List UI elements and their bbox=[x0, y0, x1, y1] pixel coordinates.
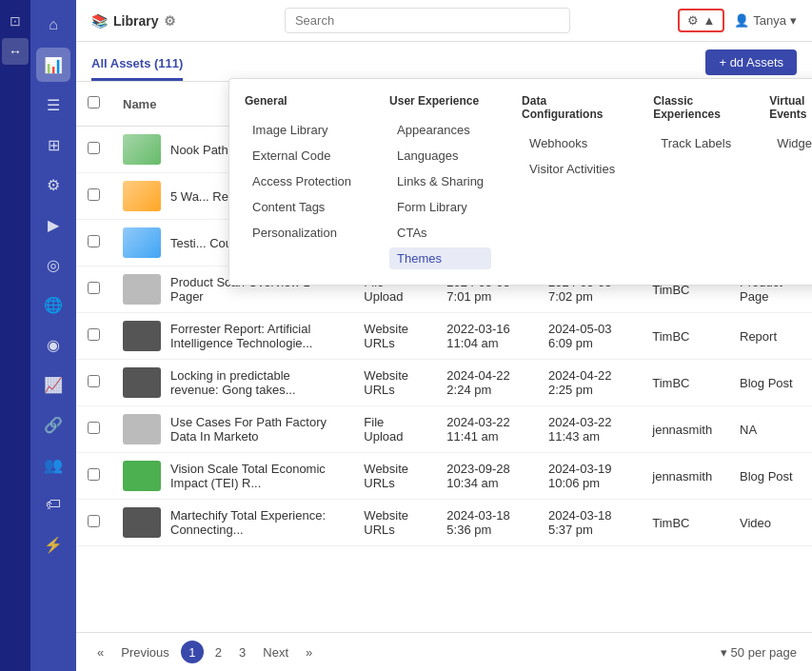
row-checkbox-4[interactable] bbox=[76, 313, 111, 360]
pagination-prev-button[interactable]: Previous bbox=[115, 643, 175, 661]
topbar-title: 📚 Library ⚙ bbox=[91, 13, 176, 29]
row-date-created-6: 2024-03-22 11:41 am bbox=[435, 406, 537, 453]
search-box bbox=[285, 8, 570, 33]
row-name-7: Vision Scale Total Economic Impact (TEI)… bbox=[111, 453, 352, 500]
pagination-next-button[interactable]: Next bbox=[257, 643, 294, 661]
pagination-right: ▾ 50 per page bbox=[721, 645, 797, 660]
row-content-type-5: Blog Post bbox=[728, 360, 812, 406]
row-checkbox-2[interactable] bbox=[76, 220, 111, 266]
row-thumb-0 bbox=[123, 134, 161, 165]
gear-icon: ⚙ bbox=[687, 13, 699, 28]
sidebar-menu-icon[interactable]: ☰ bbox=[36, 88, 70, 122]
pagination: « Previous 1 2 3 Next » ▾ 50 per page bbox=[76, 632, 812, 671]
row-date-modified-7: 2024-03-19 10:06 pm bbox=[537, 453, 641, 500]
row-thumb-5 bbox=[123, 367, 161, 398]
sidebar-main: ⌂ 📊 ☰ ⊞ ⚙ ▶ ◎ 🌐 ◉ 📈 🔗 👥 🏷 ⚡ bbox=[30, 0, 76, 671]
row-date-created-5: 2024-04-22 2:24 pm bbox=[435, 360, 537, 406]
tab-all-assets-count: 111 bbox=[158, 56, 179, 70]
row-modified-by-7: jennasmith bbox=[641, 453, 728, 500]
topbar-settings-icon[interactable]: ⚙ bbox=[164, 13, 176, 29]
sidebar-chart-icon[interactable]: 📈 bbox=[36, 367, 70, 402]
sidebar-target-icon[interactable]: ◎ bbox=[36, 247, 70, 282]
dropdown-item-personalization[interactable]: Personalization bbox=[245, 222, 359, 244]
dropdown-col-data-title: Data Configurations bbox=[522, 94, 623, 121]
pagination-page-3[interactable]: 3 bbox=[233, 643, 251, 661]
sidebar-narrow-icon-1[interactable]: ⊡ bbox=[2, 8, 29, 34]
sidebar-narrow-icon-2[interactable]: ↔ bbox=[2, 38, 29, 65]
user-chevron-icon: ▾ bbox=[790, 13, 797, 28]
pagination-first-button[interactable]: « bbox=[91, 643, 109, 661]
row-source-7: Website URLs bbox=[352, 453, 435, 500]
dropdown-col-ux: User Experience Appearances Languages Li… bbox=[389, 94, 491, 269]
row-date-modified-5: 2024-04-22 2:25 pm bbox=[537, 360, 641, 406]
dropdown-item-webhooks[interactable]: Webhooks bbox=[522, 132, 623, 154]
sidebar-users-icon[interactable]: 👥 bbox=[36, 447, 70, 482]
sidebar-analytics-icon[interactable]: 📊 bbox=[36, 48, 70, 82]
row-content-type-6: NA bbox=[728, 406, 812, 453]
row-date-modified-8: 2024-03-18 5:37 pm bbox=[537, 500, 641, 546]
dropdown-item-ctas[interactable]: CTAs bbox=[389, 222, 491, 244]
pagination-page-1[interactable]: 1 bbox=[181, 641, 204, 663]
row-checkbox-5[interactable] bbox=[76, 360, 111, 406]
library-icon: 📚 bbox=[91, 13, 108, 29]
sidebar-bolt-icon[interactable]: ⚡ bbox=[36, 527, 70, 562]
sidebar-globe-icon[interactable]: 🌐 bbox=[36, 287, 70, 322]
row-source-8: Website URLs bbox=[352, 500, 435, 546]
row-checkbox-1[interactable] bbox=[76, 173, 111, 220]
user-menu[interactable]: 👤 Tanya ▾ bbox=[734, 13, 797, 28]
dropdown-item-widgets[interactable]: Widgets bbox=[769, 132, 812, 154]
dropdown-item-languages[interactable]: Languages bbox=[389, 145, 491, 167]
add-assets-button[interactable]: + dd Assets bbox=[705, 49, 797, 75]
dropdown-item-track-labels[interactable]: Track Labels bbox=[653, 132, 739, 154]
dropdown-col-classic: Classic Experiences Track Labels bbox=[653, 94, 739, 269]
sidebar-settings-icon[interactable]: ⚙ bbox=[36, 168, 70, 202]
sidebar-tag-icon[interactable]: 🏷 bbox=[36, 487, 70, 522]
per-page-chevron-icon: ▾ bbox=[721, 645, 727, 660]
row-thumb-2 bbox=[123, 227, 161, 258]
dropdown-item-access-protection[interactable]: Access Protection bbox=[245, 170, 359, 192]
tab-all-assets[interactable]: All Assets (111) bbox=[91, 56, 183, 81]
dropdown-item-themes[interactable]: Themes bbox=[389, 247, 491, 269]
sidebar-circle-icon[interactable]: ◉ bbox=[36, 327, 70, 362]
dropdown-col-general: General Image Library External Code Acce… bbox=[245, 94, 359, 269]
dropdown-item-content-tags[interactable]: Content Tags bbox=[245, 196, 359, 218]
row-modified-by-6: jennasmith bbox=[641, 406, 728, 453]
row-thumb-7 bbox=[123, 461, 161, 491]
pagination-page-2[interactable]: 2 bbox=[209, 643, 228, 661]
row-checkbox-3[interactable] bbox=[76, 266, 111, 313]
dropdown-menu: General Image Library External Code Acce… bbox=[228, 78, 812, 286]
sidebar-video-icon[interactable]: ▶ bbox=[36, 207, 70, 242]
table-row: Locking in predictable revenue: Gong tak… bbox=[76, 360, 812, 406]
row-checkbox-0[interactable] bbox=[76, 127, 111, 173]
row-name-6: Use Cases For Path Factory Data In Marke… bbox=[111, 406, 352, 453]
col-select-all[interactable] bbox=[76, 82, 111, 127]
sidebar-link-icon[interactable]: 🔗 bbox=[36, 407, 70, 442]
sidebar-grid-icon[interactable]: ⊞ bbox=[36, 128, 70, 162]
row-source-5: Website URLs bbox=[352, 360, 435, 406]
row-checkbox-7[interactable] bbox=[76, 453, 111, 500]
row-content-type-8: Video bbox=[728, 500, 812, 546]
dropdown-item-links-sharing[interactable]: Links & Sharing bbox=[389, 170, 491, 192]
row-checkbox-8[interactable] bbox=[76, 500, 111, 546]
topbar-right: ⚙ ▲ 👤 Tanya ▾ bbox=[678, 9, 797, 32]
table-row: Use Cases For Path Factory Data In Marke… bbox=[76, 406, 812, 453]
table-row: Vision Scale Total Economic Impact (TEI)… bbox=[76, 453, 812, 500]
row-checkbox-6[interactable] bbox=[76, 406, 111, 453]
sidebar-home-icon[interactable]: ⌂ bbox=[36, 8, 70, 42]
dropdown-col-virtual: Virtual Events Widgets bbox=[769, 94, 812, 269]
settings-dropdown-button[interactable]: ⚙ ▲ bbox=[678, 9, 724, 32]
pagination-last-button[interactable]: » bbox=[300, 643, 318, 661]
user-avatar-icon: 👤 bbox=[734, 13, 749, 28]
row-date-modified-6: 2024-03-22 11:43 am bbox=[537, 406, 641, 453]
row-thumb-3 bbox=[123, 274, 161, 305]
dropdown-item-image-library[interactable]: Image Library bbox=[245, 119, 359, 141]
chevron-up-icon: ▲ bbox=[703, 13, 715, 28]
dropdown-item-visitor-activities[interactable]: Visitor Activities bbox=[522, 158, 623, 180]
row-source-6: File Upload bbox=[352, 406, 435, 453]
dropdown-item-form-library[interactable]: Form Library bbox=[389, 196, 491, 218]
row-modified-by-4: TimBC bbox=[641, 313, 728, 360]
dropdown-item-appearances[interactable]: Appearances bbox=[389, 119, 491, 141]
dropdown-item-external-code[interactable]: External Code bbox=[245, 145, 359, 167]
search-input[interactable] bbox=[285, 8, 570, 33]
row-name-8: Martechify Total Experience: Connecting.… bbox=[111, 500, 352, 546]
